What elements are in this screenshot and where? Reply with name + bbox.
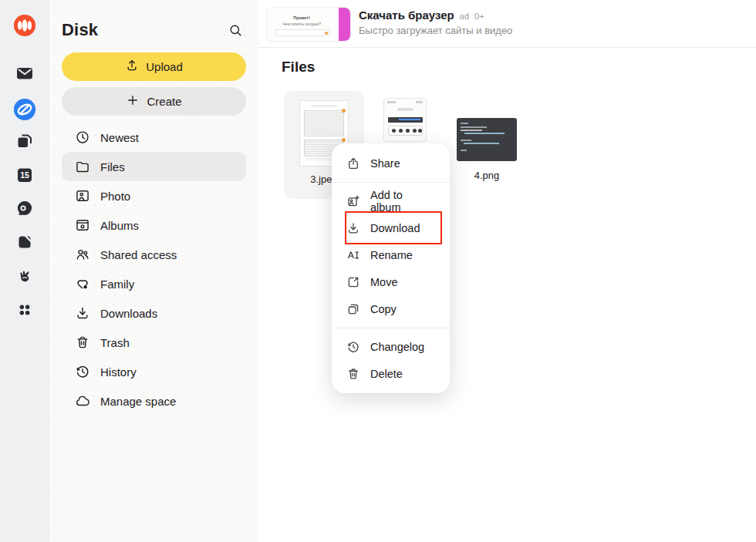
- changelog-icon: [346, 340, 360, 354]
- ad-banner-thumbnail[interactable]: Привет! Чем помочь сегодня?: [266, 7, 351, 42]
- ad-thumb-text: Чем помочь сегодня?: [267, 22, 336, 26]
- file-tile-2[interactable]: [383, 98, 427, 142]
- hand-icon[interactable]: [15, 267, 34, 285]
- ad-age-rating: 0+: [474, 12, 484, 21]
- menu-separator: [332, 182, 450, 183]
- share-icon: [346, 157, 360, 170]
- search-icon[interactable]: [227, 22, 245, 39]
- calendar-day: 15: [20, 170, 29, 180]
- upload-icon: [125, 59, 139, 75]
- sidebar-item-label: Photo: [100, 190, 130, 203]
- photo-icon: [75, 188, 90, 204]
- menu-item-move[interactable]: Move: [332, 268, 450, 295]
- download-icon: [346, 221, 360, 235]
- menu-item-copy[interactable]: Copy: [332, 295, 450, 322]
- sidebar-item-albums[interactable]: Albums: [62, 210, 246, 240]
- menu-item-label: Download: [370, 222, 420, 234]
- documents-icon[interactable]: [15, 132, 34, 150]
- sidebar-item-label: Shared access: [100, 248, 177, 261]
- sidebar-item-history[interactable]: History: [62, 357, 246, 386]
- trash-icon: [75, 335, 90, 350]
- sidebar-item-label: Downloads: [100, 307, 157, 320]
- trash-icon: [346, 367, 360, 381]
- menu-item-label: Copy: [370, 303, 397, 315]
- sidebar-item-files[interactable]: Files: [62, 152, 246, 181]
- menu-item-label: Add to album: [370, 189, 435, 214]
- all-services-grid-icon[interactable]: [16, 301, 33, 318]
- telemost-icon[interactable]: [15, 233, 34, 251]
- sidebar-item-manage-space[interactable]: Manage space: [62, 386, 246, 416]
- ad-thumb-text: Привет!: [267, 15, 336, 20]
- calendar-icon[interactable]: 15: [15, 166, 34, 184]
- sidebar-item-label: Trash: [100, 336, 130, 349]
- sidebar-nav: Newest Files Photo Albums Shared access …: [49, 123, 258, 416]
- sidebar-item-shared-access[interactable]: Shared access: [62, 240, 246, 269]
- move-icon: [346, 275, 360, 289]
- cloud-icon: [75, 393, 90, 409]
- sidebar-item-newest[interactable]: Newest: [62, 123, 246, 152]
- menu-item-share[interactable]: Share: [332, 150, 450, 177]
- folder-icon: [75, 159, 90, 174]
- ad-label: ad: [460, 12, 469, 21]
- create-button[interactable]: Create: [62, 87, 246, 116]
- disk-icon[interactable]: [13, 98, 36, 121]
- yandex-360-logo-icon[interactable]: [13, 14, 36, 37]
- menu-item-changelog[interactable]: Changelog: [332, 333, 450, 360]
- rename-icon: [346, 248, 360, 262]
- add-to-album-icon: [346, 194, 360, 208]
- menu-item-add-to-album[interactable]: Add to album: [332, 187, 450, 214]
- menu-item-delete[interactable]: Delete: [332, 360, 450, 387]
- file-tile-4png[interactable]: [457, 118, 517, 161]
- create-label: Create: [147, 95, 181, 108]
- albums-icon: [75, 217, 90, 233]
- page-title: Files: [282, 59, 315, 76]
- menu-item-label: Share: [370, 157, 400, 170]
- main-content: Привет! Чем помочь сегодня? Скачать брау…: [258, 0, 756, 542]
- ad-title[interactable]: Скачать браузер: [359, 8, 454, 22]
- sidebar-item-label: History: [100, 365, 137, 379]
- menu-item-label: Rename: [370, 249, 413, 261]
- sidebar-item-label: Files: [100, 160, 125, 173]
- context-menu: Share Add to album Download Rename: [332, 143, 450, 393]
- menu-item-download[interactable]: Download: [332, 214, 450, 241]
- sidebar: Disk Upload Create Newest Files: [49, 0, 258, 542]
- menu-item-rename[interactable]: Rename: [332, 241, 450, 268]
- app-title: Disk: [62, 20, 98, 40]
- ad-subtitle: Быстро загружает сайты и видео: [359, 25, 512, 36]
- yandex-disk-app: 15 Disk Upload: [0, 0, 756, 542]
- services-rail: 15: [0, 0, 49, 542]
- plus-icon: [126, 93, 140, 109]
- ad-banner[interactable]: Привет! Чем помочь сегодня? Скачать брау…: [258, 0, 756, 48]
- sidebar-item-label: Family: [100, 278, 134, 291]
- history-icon: [75, 364, 90, 379]
- clock-icon: [75, 130, 90, 145]
- upload-button[interactable]: Upload: [62, 52, 246, 81]
- sidebar-item-family[interactable]: Family: [62, 269, 246, 298]
- sidebar-item-photo[interactable]: Photo: [62, 181, 246, 210]
- family-heart-icon: [75, 276, 90, 291]
- mail-icon[interactable]: [15, 64, 34, 82]
- sidebar-item-downloads[interactable]: Downloads: [62, 298, 246, 328]
- menu-item-label: Changelog: [370, 341, 424, 353]
- ad-thumb-dot: [325, 32, 328, 35]
- people-icon: [75, 247, 90, 262]
- menu-separator: [332, 328, 450, 328]
- menu-item-label: Move: [370, 276, 397, 288]
- menu-item-label: Delete: [370, 368, 403, 380]
- file-name: 4.png: [457, 170, 517, 181]
- ad-accent-stripe: [339, 8, 350, 41]
- upload-label: Upload: [146, 60, 183, 73]
- download-icon: [75, 305, 90, 321]
- messenger-icon[interactable]: [15, 199, 34, 217]
- sidebar-item-label: Albums: [100, 219, 139, 232]
- sidebar-item-label: Manage space: [100, 395, 176, 408]
- ad-thumb-searchbar: [275, 29, 330, 36]
- sidebar-item-label: Newest: [100, 131, 139, 144]
- files-area: Files 3.jpeg: [258, 48, 756, 542]
- sidebar-item-trash[interactable]: Trash: [62, 328, 246, 357]
- copy-icon: [346, 302, 360, 316]
